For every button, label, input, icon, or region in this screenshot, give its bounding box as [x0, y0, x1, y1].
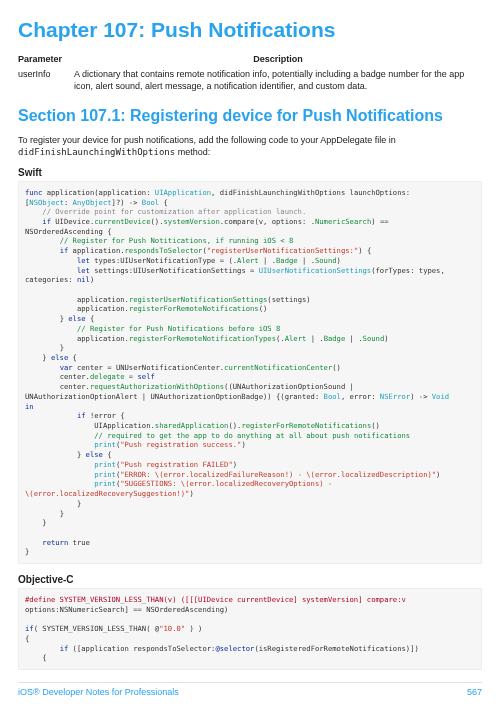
chapter-title: Chapter 107: Push Notifications	[18, 18, 482, 42]
objc-heading: Objective-C	[18, 574, 482, 585]
page-number: 567	[467, 687, 482, 697]
intro-a: To register your device for push notific…	[18, 135, 396, 145]
parameter-table: Parameter Description userInfo A diction…	[18, 52, 482, 94]
table-row: userInfo A dictionary that contains remo…	[18, 66, 482, 94]
td-param-key: userInfo	[18, 66, 74, 94]
footer-left: iOS® Developer Notes for Professionals	[18, 687, 179, 697]
intro-b: didFinishLaunchingWithOptions	[18, 147, 175, 157]
intro-paragraph: To register your device for push notific…	[18, 134, 482, 159]
objc-code-block: #define SYSTEM_VERSION_LESS_THAN(v) ([[[…	[18, 588, 482, 670]
swift-heading: Swift	[18, 167, 482, 178]
td-param-val: A dictionary that contains remote notifi…	[74, 66, 482, 94]
th-parameter: Parameter	[18, 52, 74, 66]
th-description: Description	[74, 52, 482, 66]
swift-code-block: func application(application: UIApplicat…	[18, 181, 482, 564]
intro-c: method:	[175, 147, 210, 157]
page-footer: iOS® Developer Notes for Professionals 5…	[18, 682, 482, 697]
section-title: Section 107.1: Registering device for Pu…	[18, 106, 482, 125]
